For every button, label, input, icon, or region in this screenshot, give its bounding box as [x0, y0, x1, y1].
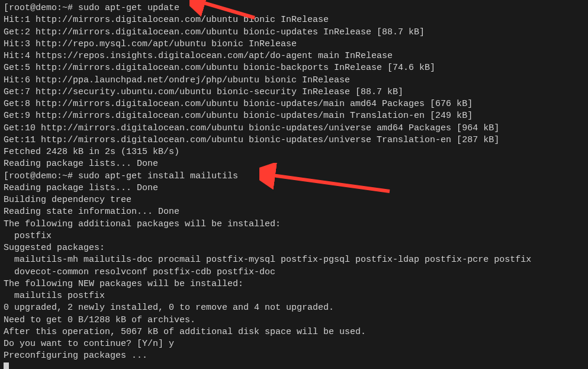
output-line: Reading state information... Done	[4, 206, 584, 218]
output-line: Reading package lists... Done	[4, 158, 584, 170]
prompt-open: [	[4, 3, 9, 13]
output-line: Building dependency tree	[4, 194, 584, 206]
prompt-path: ~	[62, 171, 68, 181]
output-line: Hit:3 http://repo.mysql.com/apt/ubuntu b…	[4, 38, 584, 50]
output-line: dovecot-common resolvconf postfix-cdb po…	[4, 267, 584, 278]
output-line: Reading package lists... Done	[4, 182, 584, 194]
prompt-close: #	[68, 171, 78, 181]
output-line: Hit:6 http://ppa.launchpad.net/ondrej/ph…	[4, 75, 584, 86]
prompt-colon: :	[57, 171, 62, 181]
output-line: postfix	[4, 230, 584, 242]
output-line: The following NEW packages will be insta…	[4, 278, 584, 290]
prompt-path: ~	[62, 3, 68, 13]
output-line: The following additional packages will b…	[4, 219, 584, 230]
prompt-close: #	[68, 3, 78, 13]
output-line: Preconfiguring packages ...	[4, 350, 584, 362]
output-line: Get:10 http://mirrors.digitalocean.com/u…	[4, 123, 584, 134]
output-line: Do you want to continue? [Y/n] y	[4, 338, 584, 350]
output-line: mailutils postfix	[4, 290, 584, 302]
command-text: sudo apt-get install mailutils	[78, 171, 238, 181]
output-line: Get:9 http://mirrors.digitalocean.com/ub…	[4, 110, 584, 122]
output-line: Hit:1 http://mirrors.digitalocean.com/ub…	[4, 14, 584, 26]
prompt-colon: :	[57, 3, 62, 13]
output-line: 0 upgraded, 2 newly installed, 0 to remo…	[4, 302, 584, 314]
prompt-line-2: [root@demo:~# sudo apt-get install mailu…	[4, 171, 584, 182]
output-line: Get:7 http://security.ubuntu.com/ubuntu …	[4, 86, 584, 98]
output-line: After this operation, 5067 kB of additio…	[4, 326, 584, 338]
command-text: sudo apt-get update	[78, 3, 179, 13]
output-line: mailutils-mh mailutils-doc procmail post…	[4, 254, 584, 266]
output-line: Fetched 2428 kB in 2s (1315 kB/s)	[4, 146, 584, 158]
output-line: Get:8 http://mirrors.digitalocean.com/ub…	[4, 98, 584, 110]
terminal-output[interactable]: [root@demo:~# sudo apt-get update Hit:1 …	[4, 2, 584, 369]
prompt-open: [	[4, 171, 9, 181]
prompt-userhost: root@demo	[9, 171, 57, 181]
output-line: Hit:4 https://repos.insights.digitalocea…	[4, 50, 584, 62]
output-line: Get:5 http://mirrors.digitalocean.com/ub…	[4, 62, 584, 74]
prompt-userhost: root@demo	[9, 3, 57, 13]
cursor-block	[4, 362, 9, 370]
output-line: Get:11 http://mirrors.digitalocean.com/u…	[4, 134, 584, 146]
output-line: Get:2 http://mirrors.digitalocean.com/ub…	[4, 27, 584, 38]
cursor-line	[4, 362, 584, 370]
output-line: Suggested packages:	[4, 242, 584, 254]
output-line: Need to get 0 B/1288 kB of archives.	[4, 315, 584, 326]
prompt-line-1: [root@demo:~# sudo apt-get update	[4, 2, 584, 14]
